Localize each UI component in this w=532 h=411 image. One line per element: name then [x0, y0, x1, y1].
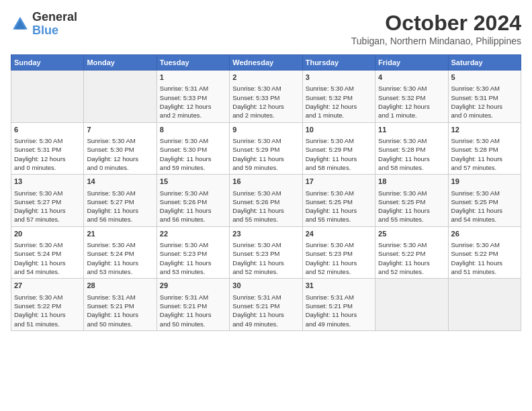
day-header-friday: Friday — [375, 55, 448, 71]
calendar-cell: 24Sunrise: 5:30 AM Sunset: 5:23 PM Dayli… — [302, 226, 375, 279]
cell-content: Sunrise: 5:30 AM Sunset: 5:29 PM Dayligh… — [306, 136, 372, 172]
day-number: 23 — [232, 229, 299, 239]
day-number: 2 — [232, 73, 299, 83]
week-row-4: 20Sunrise: 5:30 AM Sunset: 5:24 PM Dayli… — [11, 226, 521, 279]
day-number: 13 — [14, 177, 81, 187]
day-number: 10 — [306, 125, 372, 135]
cell-content: Sunrise: 5:31 AM Sunset: 5:21 PM Dayligh… — [160, 293, 226, 328]
week-row-1: 1Sunrise: 5:31 AM Sunset: 5:33 PM Daylig… — [11, 71, 521, 123]
calendar-cell: 22Sunrise: 5:30 AM Sunset: 5:23 PM Dayli… — [157, 226, 229, 279]
month-title: October 2024 — [351, 11, 521, 36]
calendar-cell: 7Sunrise: 5:30 AM Sunset: 5:30 PM Daylig… — [84, 122, 157, 175]
cell-content: Sunrise: 5:30 AM Sunset: 5:25 PM Dayligh… — [451, 189, 518, 224]
calendar-cell: 15Sunrise: 5:30 AM Sunset: 5:26 PM Dayli… — [157, 175, 229, 227]
week-row-3: 13Sunrise: 5:30 AM Sunset: 5:27 PM Dayli… — [11, 175, 521, 227]
day-number: 20 — [14, 229, 81, 239]
logo-text: General Blue — [32, 11, 77, 38]
cell-content: Sunrise: 5:31 AM Sunset: 5:21 PM Dayligh… — [87, 293, 153, 328]
calendar-cell: 27Sunrise: 5:30 AM Sunset: 5:22 PM Dayli… — [11, 279, 84, 331]
cell-content: Sunrise: 5:30 AM Sunset: 5:24 PM Dayligh… — [87, 240, 153, 276]
day-number: 31 — [306, 281, 372, 291]
day-number: 30 — [232, 281, 299, 291]
day-number: 22 — [160, 229, 226, 239]
day-header-thursday: Thursday — [302, 55, 375, 71]
calendar-body: 1Sunrise: 5:31 AM Sunset: 5:33 PM Daylig… — [11, 71, 521, 331]
calendar-cell: 23Sunrise: 5:30 AM Sunset: 5:23 PM Dayli… — [230, 226, 302, 279]
day-number: 1 — [160, 73, 226, 83]
calendar-cell: 3Sunrise: 5:30 AM Sunset: 5:32 PM Daylig… — [302, 71, 375, 123]
calendar-cell: 4Sunrise: 5:30 AM Sunset: 5:32 PM Daylig… — [375, 71, 448, 123]
day-header-saturday: Saturday — [448, 55, 521, 71]
cell-content: Sunrise: 5:31 AM Sunset: 5:21 PM Dayligh… — [306, 293, 372, 328]
day-header-tuesday: Tuesday — [157, 55, 229, 71]
cell-content: Sunrise: 5:30 AM Sunset: 5:30 PM Dayligh… — [160, 136, 226, 172]
cell-content: Sunrise: 5:30 AM Sunset: 5:30 PM Dayligh… — [87, 136, 153, 172]
calendar-cell — [375, 279, 448, 331]
calendar-cell: 29Sunrise: 5:31 AM Sunset: 5:21 PM Dayli… — [157, 279, 229, 331]
day-number: 15 — [160, 177, 226, 187]
cell-content: Sunrise: 5:30 AM Sunset: 5:33 PM Dayligh… — [232, 84, 299, 120]
cell-content: Sunrise: 5:30 AM Sunset: 5:28 PM Dayligh… — [378, 136, 445, 172]
calendar-cell: 12Sunrise: 5:30 AM Sunset: 5:28 PM Dayli… — [448, 122, 521, 175]
day-number: 17 — [306, 177, 372, 187]
cell-content: Sunrise: 5:30 AM Sunset: 5:22 PM Dayligh… — [451, 240, 518, 276]
calendar-cell: 25Sunrise: 5:30 AM Sunset: 5:22 PM Dayli… — [375, 226, 448, 279]
calendar-cell: 21Sunrise: 5:30 AM Sunset: 5:24 PM Dayli… — [84, 226, 157, 279]
calendar-cell: 31Sunrise: 5:31 AM Sunset: 5:21 PM Dayli… — [302, 279, 375, 331]
cell-content: Sunrise: 5:30 AM Sunset: 5:26 PM Dayligh… — [232, 189, 299, 224]
calendar-cell: 1Sunrise: 5:31 AM Sunset: 5:33 PM Daylig… — [157, 71, 229, 123]
calendar-cell: 28Sunrise: 5:31 AM Sunset: 5:21 PM Dayli… — [84, 279, 157, 331]
calendar-cell: 2Sunrise: 5:30 AM Sunset: 5:33 PM Daylig… — [230, 71, 302, 123]
title-block: October 2024 Tubigan, Northern Mindanao,… — [351, 11, 521, 46]
day-number: 19 — [451, 177, 518, 187]
cell-content: Sunrise: 5:30 AM Sunset: 5:23 PM Dayligh… — [306, 240, 372, 276]
calendar-cell: 5Sunrise: 5:30 AM Sunset: 5:31 PM Daylig… — [448, 71, 521, 123]
day-number: 25 — [378, 229, 445, 239]
day-number: 4 — [378, 73, 445, 83]
day-number: 29 — [160, 281, 226, 291]
calendar-cell: 26Sunrise: 5:30 AM Sunset: 5:22 PM Dayli… — [448, 226, 521, 279]
calendar-cell: 11Sunrise: 5:30 AM Sunset: 5:28 PM Dayli… — [375, 122, 448, 175]
calendar-cell — [11, 71, 84, 123]
day-number: 7 — [87, 125, 153, 135]
cell-content: Sunrise: 5:30 AM Sunset: 5:25 PM Dayligh… — [378, 189, 445, 224]
cell-content: Sunrise: 5:30 AM Sunset: 5:27 PM Dayligh… — [87, 189, 153, 224]
calendar-cell: 8Sunrise: 5:30 AM Sunset: 5:30 PM Daylig… — [157, 122, 229, 175]
cell-content: Sunrise: 5:30 AM Sunset: 5:23 PM Dayligh… — [160, 240, 226, 276]
day-header-monday: Monday — [84, 55, 157, 71]
calendar-cell: 6Sunrise: 5:30 AM Sunset: 5:31 PM Daylig… — [11, 122, 84, 175]
day-number: 12 — [451, 125, 518, 135]
calendar-cell: 14Sunrise: 5:30 AM Sunset: 5:27 PM Dayli… — [84, 175, 157, 227]
calendar-cell — [84, 71, 157, 123]
calendar-cell: 13Sunrise: 5:30 AM Sunset: 5:27 PM Dayli… — [11, 175, 84, 227]
logo: General Blue — [11, 11, 77, 38]
day-header-sunday: Sunday — [11, 55, 84, 71]
calendar-cell: 9Sunrise: 5:30 AM Sunset: 5:29 PM Daylig… — [230, 122, 302, 175]
day-number: 26 — [451, 229, 518, 239]
cell-content: Sunrise: 5:30 AM Sunset: 5:22 PM Dayligh… — [14, 293, 81, 328]
cell-content: Sunrise: 5:30 AM Sunset: 5:29 PM Dayligh… — [232, 136, 299, 172]
cell-content: Sunrise: 5:30 AM Sunset: 5:22 PM Dayligh… — [378, 240, 445, 276]
day-number: 28 — [87, 281, 153, 291]
cell-content: Sunrise: 5:30 AM Sunset: 5:32 PM Dayligh… — [378, 84, 445, 120]
calendar-cell: 19Sunrise: 5:30 AM Sunset: 5:25 PM Dayli… — [448, 175, 521, 227]
calendar-cell: 30Sunrise: 5:31 AM Sunset: 5:21 PM Dayli… — [230, 279, 302, 331]
calendar-cell: 16Sunrise: 5:30 AM Sunset: 5:26 PM Dayli… — [230, 175, 302, 227]
cell-content: Sunrise: 5:31 AM Sunset: 5:33 PM Dayligh… — [160, 84, 226, 120]
day-number: 21 — [87, 229, 153, 239]
day-number: 24 — [306, 229, 372, 239]
cell-content: Sunrise: 5:30 AM Sunset: 5:32 PM Dayligh… — [306, 84, 372, 120]
day-number: 5 — [451, 73, 518, 83]
header-row: SundayMondayTuesdayWednesdayThursdayFrid… — [11, 55, 521, 71]
day-number: 3 — [306, 73, 372, 83]
cell-content: Sunrise: 5:30 AM Sunset: 5:26 PM Dayligh… — [160, 189, 226, 224]
day-number: 27 — [14, 281, 81, 291]
day-number: 9 — [232, 125, 299, 135]
day-number: 8 — [160, 125, 226, 135]
day-number: 16 — [232, 177, 299, 187]
cell-content: Sunrise: 5:31 AM Sunset: 5:21 PM Dayligh… — [232, 293, 299, 328]
location-title: Tubigan, Northern Mindanao, Philippines — [351, 36, 521, 46]
cell-content: Sunrise: 5:30 AM Sunset: 5:23 PM Dayligh… — [232, 240, 299, 276]
cell-content: Sunrise: 5:30 AM Sunset: 5:24 PM Dayligh… — [14, 240, 81, 276]
cell-content: Sunrise: 5:30 AM Sunset: 5:31 PM Dayligh… — [451, 84, 518, 120]
